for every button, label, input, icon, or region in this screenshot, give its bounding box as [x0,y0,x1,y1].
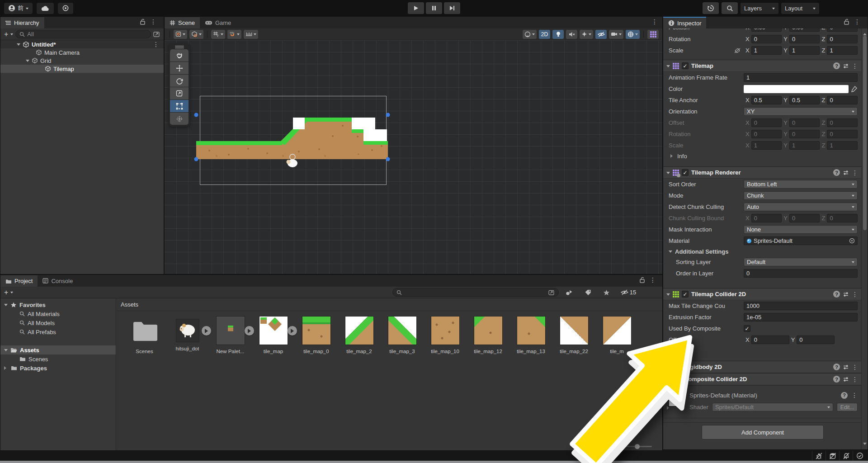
tree-item-all-prefabs[interactable]: All Prefabs [0,327,116,336]
tab-console[interactable]: Console [38,275,78,287]
search-everywhere-button[interactable] [722,2,738,14]
foldout-icon[interactable] [17,43,20,47]
foldout-icon[interactable] [666,293,670,298]
foldout-icon[interactable] [667,406,671,410]
tilemap-collider-header[interactable]: ✓ Tilemap Collider 2D ? ⋮ [663,288,861,300]
presets-icon[interactable] [843,364,849,370]
tab-project[interactable]: Project [0,275,38,287]
foldout-icon[interactable] [26,60,29,64]
shader-dropdown[interactable]: Sprites/Default [712,403,833,411]
chevron-down-icon[interactable] [10,292,13,295]
scene-menu-icon[interactable]: ⋮ [153,41,159,47]
rotate-tool[interactable] [170,75,189,87]
scale-y-field[interactable]: 1 [789,46,820,55]
debugger-status-button[interactable] [812,451,826,461]
tree-item-assets[interactable]: Assets [0,345,116,354]
help-icon[interactable]: ? [833,169,840,176]
hierarchy-add-button[interactable]: + [4,31,8,38]
project-add-button[interactable]: + [4,289,8,296]
hierarchy-menu-icon[interactable]: ⋮ [150,19,156,25]
sort-order-dropdown[interactable]: Bottom Left [744,180,858,189]
presets-icon[interactable] [843,170,849,176]
foldout-icon[interactable] [668,365,672,369]
foldout-icon[interactable] [4,349,8,353]
shading-mode-button[interactable] [523,30,537,39]
thumbnail-size-slider[interactable] [625,446,652,447]
cloud-button[interactable] [37,3,54,14]
rotation-y-field[interactable]: 0 [789,35,820,43]
foldout-icon[interactable] [666,65,670,69]
asset-tile-map[interactable]: tile_map [252,317,295,354]
component-menu-icon[interactable]: ⋮ [852,170,858,176]
project-search-input[interactable] [392,288,559,297]
additional-settings-foldout[interactable]: Additional Settings [663,246,861,256]
presets-icon[interactable] [843,63,849,69]
foldout-icon[interactable] [4,304,8,308]
scene-menu-icon[interactable]: ⋮ [651,19,658,25]
help-icon[interactable]: ? [841,392,848,399]
scene-lighting-button[interactable] [552,30,564,39]
sorting-layer-dropdown[interactable]: Default [744,258,858,266]
asset-new-palette[interactable]: New Palet... [209,317,252,354]
lock-icon[interactable] [140,19,146,25]
mask-interaction-dropdown[interactable]: None [744,225,858,234]
scrollbar-thumb[interactable] [863,36,867,230]
tile-palette-button[interactable] [647,30,659,39]
help-icon[interactable]: ? [833,376,840,383]
tree-item-all-models[interactable]: All Models [0,318,116,327]
position-x-field[interactable]: 0.00 [751,28,782,32]
asset-tile-map-3[interactable]: tile_map_3 [381,317,424,354]
help-icon[interactable]: ? [833,291,840,298]
collider-enabled-checkbox[interactable]: ✓ [682,291,689,298]
progress-status-button[interactable] [853,451,866,461]
add-component-button[interactable]: Add Component [702,425,824,439]
detect-chunk-culling-dropdown[interactable]: Auto [744,203,858,211]
search-by-label-button[interactable] [580,287,596,298]
presets-icon[interactable] [843,291,849,298]
grid-visibility-button[interactable]: Y [211,30,225,39]
broken-link-icon[interactable] [734,47,741,54]
color-swatch[interactable] [744,85,849,93]
anchor-x-field[interactable]: 0.5 [751,96,782,104]
tree-item-all-materials[interactable]: All Materials [0,309,116,318]
pivot-toggle-button[interactable] [174,30,187,39]
snap-button[interactable] [227,30,241,39]
material-object-field[interactable]: Sprites-Default [744,236,858,245]
inspector-scrollbar[interactable] [861,28,868,449]
rect-tool-selected[interactable] [170,100,189,112]
account-button[interactable]: 前 [4,3,33,14]
help-icon[interactable]: ? [833,62,840,69]
anchor-y-field[interactable]: 0.5 [789,96,820,104]
view-hand-tool[interactable] [170,49,189,61]
lock-icon[interactable] [844,19,849,25]
asset-scenes-folder[interactable]: Scenes [123,317,166,354]
slider-knob[interactable] [635,444,640,449]
hierarchy-search-input[interactable]: All [15,30,151,38]
scene-camera-button[interactable] [609,30,623,39]
hidden-count-button[interactable]: 15 [617,287,640,298]
lock-icon[interactable] [639,277,645,283]
tree-item-packages[interactable]: Packages [0,364,116,373]
composite-collider-header[interactable]: Composite Collider 2D ? ⋮ [663,373,861,385]
chevron-down-icon[interactable] [10,33,13,37]
orientation-dropdown[interactable]: XY [744,107,858,116]
component-menu-icon[interactable]: ⋮ [852,376,858,383]
plastic-scm-button[interactable] [58,3,73,14]
renderer-enabled-checkbox[interactable]: ✓ [682,169,689,176]
undo-history-button[interactable] [703,2,719,14]
asset-tile-map-hidden[interactable]: tile_m [595,317,638,354]
scene-audio-button[interactable] [566,30,577,39]
material-menu-icon[interactable]: ⋮ [851,392,858,398]
eyedropper-icon[interactable] [850,85,858,93]
tab-game[interactable]: Game [200,17,236,28]
tree-item-scenes[interactable]: Scenes [0,354,116,364]
move-tool[interactable] [170,62,189,74]
favorites-filter-button[interactable] [598,287,614,298]
tab-hierarchy[interactable]: Hierarchy [0,17,44,28]
cache-status-button[interactable] [826,451,839,461]
scroll-up-icon[interactable] [863,31,867,35]
component-menu-icon[interactable]: ⋮ [852,63,858,69]
collider-info-foldout[interactable]: Info [663,345,861,355]
collider-offset-y-field[interactable]: 0 [797,335,835,344]
rotation-x-field[interactable]: 0 [751,35,782,43]
